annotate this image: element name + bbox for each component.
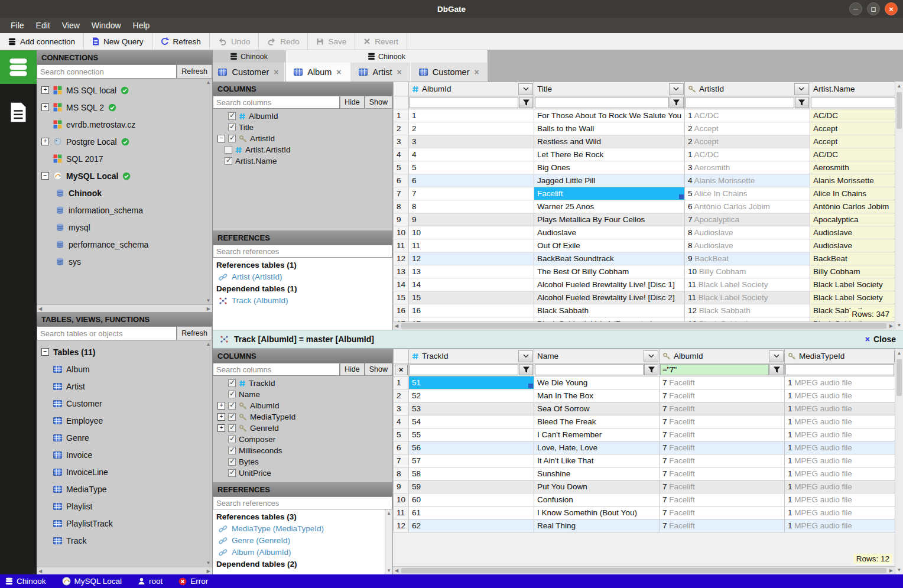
connection-item-sys[interactable]: sys — [37, 253, 212, 270]
grid-cell[interactable]: 7 Facelift — [660, 428, 785, 441]
filter-input-name[interactable] — [535, 364, 644, 375]
column-header-trackid[interactable]: TrackId — [409, 349, 534, 363]
filter-input-artistid[interactable] — [686, 97, 794, 108]
grid-cell[interactable]: Black Label Society — [810, 278, 895, 291]
grid-cell[interactable]: AC/DC — [810, 109, 895, 122]
grid-cell[interactable]: 7 Facelift — [660, 402, 785, 415]
grid-cell[interactable]: Sea Of Sorrow — [534, 402, 660, 415]
connection-item-performance-schema[interactable]: performance_schema — [37, 236, 212, 253]
filter-menu-button[interactable] — [644, 364, 658, 375]
grid-cell[interactable]: 54 — [409, 415, 534, 428]
grid-cell[interactable]: Bleed The Freak — [534, 415, 660, 428]
grid-cell[interactable]: 7 — [409, 187, 534, 200]
grid-cell[interactable]: Black Label Society — [810, 291, 895, 304]
grid-cell[interactable]: 7 Facelift — [660, 376, 785, 389]
column-checkbox[interactable] — [228, 413, 236, 421]
grid-cell[interactable]: 7 Facelift — [660, 454, 785, 467]
column-checkbox[interactable] — [228, 135, 236, 142]
column-item-albumid[interactable]: AlbumId — [213, 111, 392, 122]
statusbar-mysql-local[interactable]: MySQL Local — [62, 577, 122, 586]
tab-customer[interactable]: Customer× — [411, 63, 488, 82]
grid-cell[interactable]: Out Of Exile — [534, 239, 685, 252]
grid-cell[interactable]: 10 Billy Cobham — [684, 265, 810, 278]
minimize-button[interactable]: ─ — [849, 2, 862, 15]
column-header-artistid[interactable]: ArtistId — [684, 82, 810, 96]
grid-cell[interactable]: 1 MPEG audio file — [785, 389, 895, 402]
search-tables-input[interactable] — [37, 326, 177, 340]
tab-close-icon[interactable]: × — [336, 67, 341, 77]
column-checkbox[interactable] — [228, 402, 236, 410]
grid-cell[interactable]: Billy Cobham — [810, 265, 895, 278]
search-references-input[interactable] — [213, 245, 392, 258]
grid-cell[interactable]: 12 Black Sabbath — [684, 317, 810, 322]
column-header-name[interactable]: Name — [534, 349, 660, 363]
grid-hscrollbar[interactable]: ◀▶ — [393, 321, 895, 330]
grid-cell[interactable]: 62 — [409, 519, 534, 532]
expander-icon[interactable]: + — [41, 103, 49, 111]
column-checkbox[interactable] — [225, 157, 232, 165]
grid-cell[interactable]: BackBeat — [810, 252, 895, 265]
grid-cell[interactable]: Alice In Chains — [810, 187, 895, 200]
grid-hscrollbar[interactable]: ◀▶ — [393, 566, 895, 574]
filter-menu-button[interactable] — [769, 364, 784, 375]
row-number-cell[interactable]: 5 — [394, 161, 409, 174]
grid-cell[interactable]: 7 Facelift — [660, 480, 785, 493]
grid-cell[interactable]: Balls to the Wall — [534, 122, 685, 135]
expander-icon[interactable]: − — [41, 172, 49, 180]
filter-input-albumid[interactable] — [660, 364, 769, 375]
grid-cell[interactable]: 52 — [409, 389, 534, 402]
column-menu-button[interactable] — [518, 83, 533, 95]
menu-file[interactable]: File — [5, 19, 30, 32]
refresh-button[interactable]: Refresh — [152, 33, 210, 50]
reference-link-genre-genreid[interactable]: Genre (GenreId) — [216, 535, 392, 547]
grid-cell[interactable]: 10 — [409, 226, 534, 239]
column-checkbox[interactable] — [228, 458, 236, 466]
grid-cell[interactable]: 61 — [409, 506, 534, 519]
grid-cell[interactable]: 1 MPEG audio file — [785, 519, 895, 532]
grid-cell[interactable]: 1 MPEG audio file — [785, 415, 895, 428]
statusbar-chinook[interactable]: Chinook — [5, 577, 46, 586]
grid-cell[interactable]: 57 — [409, 454, 534, 467]
grid-cell[interactable]: 1 MPEG audio file — [785, 428, 895, 441]
references-vscrollbar[interactable]: ▲▼ — [385, 509, 392, 574]
grid-cell[interactable]: Antônio Carlos Jobim — [810, 200, 895, 213]
column-checkbox[interactable] — [225, 146, 232, 154]
grid-cell[interactable]: It Ain't Like That — [534, 454, 660, 467]
connection-item-ms-sql-local[interactable]: +MS SQL local — [37, 82, 212, 99]
row-number-cell[interactable]: 8 — [394, 467, 409, 480]
column-checkbox[interactable] — [228, 391, 236, 398]
grid-cell[interactable]: Put You Down — [534, 480, 660, 493]
connections-rail-button[interactable] — [0, 50, 37, 84]
grid-cell[interactable]: 2 Accept — [684, 135, 810, 148]
row-number-cell[interactable]: 4 — [394, 415, 409, 428]
search-columns-input[interactable] — [213, 363, 340, 376]
table-item-genre[interactable]: Genre — [37, 429, 212, 446]
grid-cell[interactable]: 1 MPEG audio file — [785, 402, 895, 415]
row-number-cell[interactable]: 17 — [394, 317, 409, 322]
column-checkbox[interactable] — [228, 469, 236, 477]
column-item-artistid[interactable]: −ArtistId — [213, 133, 392, 144]
grid-cell[interactable]: 3 Aerosmith — [684, 161, 810, 174]
connection-item-information-schema[interactable]: information_schema — [37, 202, 212, 219]
row-number-cell[interactable]: 10 — [394, 493, 409, 506]
grid-cell[interactable]: Accept — [810, 122, 895, 135]
grid-cell[interactable]: Audioslave — [810, 239, 895, 252]
filter-input-trackid[interactable] — [410, 364, 518, 375]
column-item-name[interactable]: Name — [213, 389, 392, 400]
row-number-cell[interactable]: 13 — [394, 265, 409, 278]
hscroll-thumb[interactable] — [401, 323, 886, 329]
column-item-artist-artistid[interactable]: Artist.ArtistId — [213, 144, 392, 155]
hscroll-thumb[interactable] — [401, 568, 886, 573]
grid-cell[interactable]: 9 BackBeat — [684, 252, 810, 265]
column-checkbox[interactable] — [228, 124, 236, 131]
column-header-title[interactable]: Title — [534, 82, 685, 96]
grid-cell[interactable]: Warner 25 Anos — [534, 200, 685, 213]
grid-cell[interactable]: 56 — [409, 441, 534, 454]
row-number-cell[interactable]: 3 — [394, 135, 409, 148]
grid-cell[interactable]: Big Ones — [534, 161, 685, 174]
search-references-input[interactable] — [213, 496, 392, 509]
row-number-cell[interactable]: 12 — [394, 519, 409, 532]
grid-cell[interactable]: 59 — [409, 480, 534, 493]
grid-cell[interactable]: We Die Young — [534, 376, 660, 389]
grid-cell[interactable]: 51 — [409, 376, 534, 389]
